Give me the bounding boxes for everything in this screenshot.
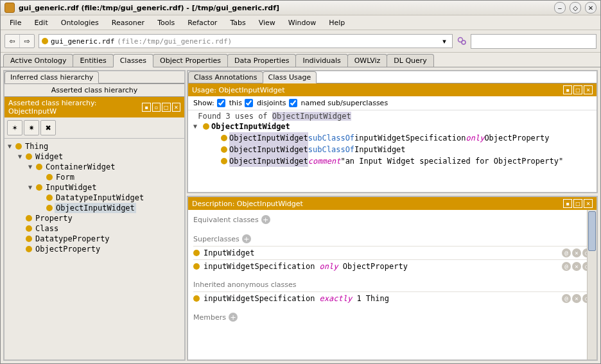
tree-node[interactable]: Class: [6, 223, 183, 234]
usage-line[interactable]: ObjectInputWidget subClassOf inputWidget…: [193, 132, 591, 144]
tab-active-ontology[interactable]: Active Ontology: [3, 54, 73, 67]
class-bullet-icon: [26, 153, 32, 160]
tree-label: Widget: [34, 152, 64, 162]
menu-tools[interactable]: Tools: [152, 17, 180, 28]
add-child-button[interactable]: ✷: [24, 120, 39, 135]
right-panel: Class AnnotationsClass Usage Usage: Obje…: [187, 70, 598, 361]
menu-reasoner[interactable]: Reasoner: [107, 17, 150, 28]
add-equiv-button[interactable]: +: [261, 215, 270, 224]
address-bar[interactable]: gui_generic.rdf (file:/tmp/gui_generic.r…: [39, 34, 453, 48]
menu-tabs[interactable]: Tabs: [225, 17, 250, 28]
svg-point-1: [462, 40, 466, 44]
tree-node[interactable]: ▼InputWidget: [6, 182, 183, 193]
tree-node[interactable]: Property: [6, 213, 183, 223]
tree-toggle-icon[interactable]: ▼: [26, 182, 34, 193]
add-superclass-button[interactable]: +: [242, 234, 251, 243]
desc-panel-btn-1[interactable]: ▪: [563, 199, 572, 208]
scrollbar[interactable]: [587, 210, 597, 360]
row-delete-button[interactable]: ✕: [572, 262, 581, 271]
tree-node[interactable]: ▼Widget: [6, 152, 183, 162]
tab-individuals[interactable]: Individuals: [295, 54, 347, 67]
address-dropdown-button[interactable]: ▾: [439, 37, 449, 46]
tree-node[interactable]: ▼ContainerWidget: [6, 162, 183, 172]
tree-node[interactable]: ▼Thing: [6, 141, 183, 152]
usage-root[interactable]: ▼ObjectInputWidget: [193, 121, 591, 132]
tab-data-properties[interactable]: Data Properties: [227, 54, 296, 67]
tree-node[interactable]: DatatypeProperty: [6, 234, 183, 244]
maximize-button[interactable]: ◇: [570, 2, 581, 13]
menu-edit[interactable]: Edit: [29, 17, 53, 28]
show-named-label: named sub/superclasses: [301, 99, 388, 107]
menu-window[interactable]: Window: [283, 17, 321, 28]
tree-node[interactable]: Form: [6, 172, 183, 182]
asserted-hierarchy-header: Asserted class hierarchy: [4, 83, 184, 97]
tree-node[interactable]: ObjectProperty: [6, 244, 183, 254]
usage-panel-btn-2[interactable]: □: [573, 85, 582, 94]
tab-class-usage[interactable]: Class Usage: [263, 71, 317, 83]
usage-panel-close[interactable]: ✕: [584, 85, 593, 94]
back-button[interactable]: ⇦: [5, 35, 20, 48]
tree-toggle-icon[interactable]: ▼: [6, 141, 13, 152]
class-tree[interactable]: ▼Thing▼Widget▼ContainerWidgetForm▼InputW…: [4, 139, 184, 360]
show-this-checkbox[interactable]: [217, 99, 225, 107]
desc-panel-close[interactable]: ✕: [584, 199, 593, 208]
panel-btn-1[interactable]: ▪: [142, 103, 150, 112]
close-button[interactable]: ✕: [585, 2, 597, 13]
tree-label: InputWidget: [44, 182, 98, 193]
minimize-button[interactable]: ‒: [554, 2, 566, 13]
description-body[interactable]: Equivalent classes+ Superclasses+ InputW…: [188, 210, 597, 360]
search-input[interactable]: [471, 34, 597, 49]
usage-header: Usage: ObjectInputWidget ▪ □ ✕: [188, 83, 597, 96]
superclass-text: inputWidgetSpecification only ObjectProp…: [204, 262, 562, 271]
tab-inferred-hierarchy[interactable]: Inferred class hierarchy: [4, 71, 99, 83]
menu-file[interactable]: File: [4, 17, 26, 28]
asserted-hierarchy-orange-header: Asserted class hierarchy: ObjectInputW ▪…: [4, 97, 184, 117]
menu-help[interactable]: Help: [324, 17, 350, 28]
panel-btn-3[interactable]: □: [162, 103, 170, 112]
row-delete-button[interactable]: ✕: [572, 248, 581, 257]
members-label: Members: [193, 313, 226, 322]
usage-panel-btn-1[interactable]: ▪: [563, 85, 572, 94]
add-member-button[interactable]: +: [229, 313, 238, 322]
tab-class-annotations[interactable]: Class Annotations: [188, 71, 263, 83]
left-subtabs: Inferred class hierarchy: [4, 71, 184, 83]
add-sibling-button[interactable]: ✶: [7, 120, 22, 135]
tab-dl-query[interactable]: DL Query: [387, 54, 434, 67]
class-bullet-icon: [15, 143, 22, 150]
usage-panel: Class AnnotationsClass Usage Usage: Obje…: [187, 70, 598, 193]
menu-view[interactable]: View: [254, 17, 281, 28]
show-named-checkbox[interactable]: [289, 99, 297, 107]
show-disjoints-label: disjoints: [257, 99, 286, 107]
tree-toggle-icon[interactable]: ▼: [26, 162, 34, 172]
row-annot-button[interactable]: @: [562, 294, 571, 303]
tree-node[interactable]: DatatypeInputWidget: [6, 193, 183, 203]
panel-close-button[interactable]: ✕: [172, 103, 180, 112]
forward-button[interactable]: ⇨: [20, 35, 34, 48]
scrollbar-thumb[interactable]: [588, 211, 596, 251]
tree-node[interactable]: ObjectInputWidget: [6, 203, 183, 213]
usage-line[interactable]: ObjectInputWidget comment "an Input Widg…: [193, 155, 591, 167]
superclass-row: inputWidgetSpecification only ObjectProp…: [193, 259, 591, 273]
panel-btn-2[interactable]: ▫: [152, 103, 161, 112]
show-disjoints-checkbox[interactable]: [245, 99, 253, 107]
menu-refactor[interactable]: Refactor: [182, 17, 222, 28]
menu-ontologies[interactable]: Ontologies: [56, 17, 104, 28]
tree-toggle-icon[interactable]: ▼: [16, 152, 24, 162]
tab-classes[interactable]: Classes: [113, 54, 153, 67]
desc-panel-btn-2[interactable]: □: [573, 199, 582, 208]
row-delete-button[interactable]: ✕: [572, 294, 581, 303]
search-icon: [457, 36, 467, 46]
tab-entities[interactable]: Entities: [73, 54, 113, 67]
window-title: gui_generic.rdf (file:/tmp/gui_generic.r…: [19, 4, 550, 12]
asserted-hierarchy-title: Asserted class hierarchy: ObjectInputW: [8, 99, 141, 116]
row-annot-button[interactable]: @: [562, 248, 571, 257]
row-annot-button[interactable]: @: [562, 262, 571, 271]
nav-box: ⇦ ⇨: [4, 34, 35, 48]
tab-object-properties[interactable]: Object Properties: [153, 54, 228, 67]
description-header: Description: ObjectInputWidget ▪ □ ✕: [188, 197, 597, 210]
usage-line[interactable]: ObjectInputWidget subClassOf InputWidget: [193, 144, 591, 155]
tab-owlviz[interactable]: OWLViz: [347, 54, 388, 67]
usage-body[interactable]: Found 3 uses of ObjectInputWidget▼Object…: [188, 110, 597, 192]
delete-class-button[interactable]: ✖: [40, 120, 56, 135]
titlebar: gui_generic.rdf (file:/tmp/gui_generic.r…: [1, 1, 600, 15]
